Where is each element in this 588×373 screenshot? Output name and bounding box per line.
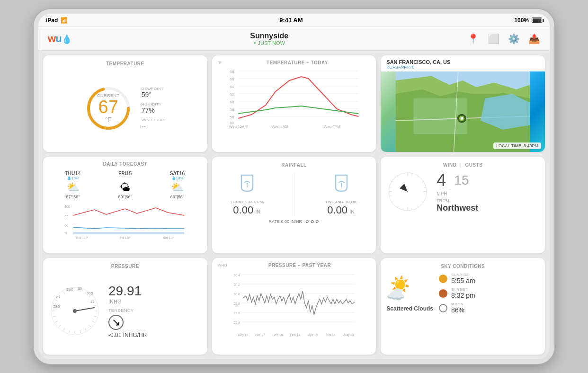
humidity-stat: HUMIDITY 77% (142, 102, 166, 114)
temperature-stats: DEWPOINT 59° HUMIDITY 77% WIND CHILL -- (142, 87, 166, 130)
svg-text:30.0: 30.0 (233, 293, 240, 296)
temperature-gauge: CURRENT 67 °F (85, 85, 132, 132)
status-time: 9:41 AM (279, 17, 303, 24)
sky-condition-text: Scattered Clouds (386, 305, 433, 312)
wind-speed-divider (450, 171, 450, 190)
humidity-value: 77% (142, 107, 166, 114)
svg-text:Fri 12P: Fri 12P (120, 236, 131, 239)
rainfall-content: TODAY'S ACCUM. 0.00 IN. (218, 171, 371, 216)
svg-text:Wed 4PM: Wed 4PM (324, 124, 340, 129)
moon-info: MOON 86% (451, 302, 464, 314)
sunset-value: 8:32 pm (451, 292, 475, 299)
svg-line-84 (63, 291, 65, 293)
svg-line-82 (55, 300, 57, 301)
svg-text:30.2: 30.2 (233, 283, 240, 286)
svg-line-77 (59, 325, 61, 327)
cloud-icon: ☁️ (386, 285, 405, 303)
moon-value: 86% (451, 306, 464, 314)
wind-from-label: FROM (437, 198, 539, 203)
temperature-card: TEMPERATURE CURRENT 67 °F DEWPOINT (43, 55, 207, 152)
share-icon[interactable]: ⬜ (488, 33, 499, 44)
svg-line-55 (389, 195, 392, 196)
svg-line-92 (75, 308, 94, 311)
fri-name: FRI (118, 171, 126, 176)
today-accum-label: TODAY'S ACCUM. (231, 200, 264, 204)
settings-icon[interactable]: ⚙️ (508, 33, 520, 44)
update-status: JUST NOW (250, 40, 288, 46)
pressure-unit: INHG (108, 299, 202, 304)
forecast-days: THU 14 💧10% ⛅ 67°|56° FRI 15 - 🌤 69°|56° (48, 170, 203, 199)
svg-text:64: 64 (230, 85, 234, 89)
pressure-chart-title: PRESSURE – PAST YEAR (229, 263, 371, 268)
temperature-center: CURRENT 67 °F (97, 93, 120, 124)
nav-bar: wu💧 Sunnyside JUST NOW 📍 ⬜ ⚙️ 📤 (38, 27, 550, 51)
svg-text:58: 58 (230, 107, 234, 112)
wind-speed-value: 4 (437, 170, 446, 190)
pressure-readings: 29.91 INHG TENDENCY ↘ -0.01 INHG/HR (108, 284, 202, 338)
rainfall-today-icon (231, 173, 264, 198)
wind-values: 4 15 MPH FROM Northwest (437, 170, 539, 213)
twoday-total-label: TWO-DAY TOTAL (325, 200, 357, 204)
svg-text:Aug 18: Aug 18 (238, 333, 248, 337)
thu-name: THU (65, 171, 75, 176)
wind-direction: Northwest (437, 203, 539, 213)
temperature-value: 67 (97, 98, 120, 116)
sunrise-detail: SUNRISE 5:55 am (439, 273, 539, 284)
svg-text:66: 66 (230, 77, 234, 81)
sunset-icon (439, 289, 447, 298)
sat-icon: ⛅ (152, 181, 202, 194)
wind-card-title: WIND | GUSTS (386, 162, 539, 168)
pressure-chart-y-label: INHG (218, 263, 227, 267)
sat-name: SAT (170, 171, 179, 176)
sat-precip: 💧10% (152, 176, 202, 180)
svg-line-72 (85, 328, 86, 330)
svg-text:60: 60 (64, 224, 68, 227)
main-grid: TEMPERATURE CURRENT 67 °F DEWPOINT (38, 51, 550, 359)
sky-icon-area: ☀️ ☁️ Scattered Clouds (386, 275, 433, 312)
location-name: Sunnyside (250, 32, 288, 40)
svg-line-69 (94, 316, 97, 317)
fri-icon: 🌤 (100, 181, 150, 194)
wind-speed-row: 4 15 (437, 170, 539, 190)
svg-line-65 (89, 295, 91, 297)
svg-text:30.5: 30.5 (87, 292, 93, 295)
tendency-icon: ↘ (108, 315, 124, 330)
fri-temps: 69°|56° (100, 195, 150, 199)
temperature-unit: °F (97, 116, 120, 124)
svg-text:60: 60 (230, 100, 234, 104)
location-icon[interactable]: 📍 (467, 33, 479, 44)
export-icon[interactable]: 📤 (528, 33, 540, 44)
svg-text:Thu 12P: Thu 12P (75, 236, 88, 239)
twoday-total-unit: IN. (349, 209, 356, 214)
sunset-info: SUNSET 8:32 pm (451, 287, 475, 299)
svg-text:29.5: 29.5 (67, 288, 73, 291)
today-accum-value: 0.00 (233, 204, 253, 216)
rate-unit: IN/HR (290, 219, 302, 224)
rainfall-twoday: TWO-DAY TOTAL 0.00 IN. (325, 173, 357, 216)
svg-line-79 (53, 316, 56, 317)
sat-num: 16 (179, 170, 185, 176)
sat-temps: 63°|56° (152, 195, 202, 199)
nav-actions: 📍 ⬜ ⚙️ 📤 (467, 33, 540, 44)
svg-text:Oct 17: Oct 17 (255, 333, 265, 337)
svg-text:Jun 14: Jun 14 (325, 333, 335, 337)
svg-text:56: 56 (230, 115, 234, 119)
forecast-card-title: DAILY FORECAST (48, 161, 203, 167)
svg-line-64 (85, 291, 86, 293)
svg-line-48 (424, 187, 426, 188)
svg-text:Aug 13: Aug 13 (343, 333, 354, 337)
rainfall-twoday-icon (325, 173, 357, 198)
svg-text:Dec 16: Dec 16 (272, 333, 283, 337)
today-accum-unit: IN. (256, 209, 262, 214)
nav-location-area: Sunnyside JUST NOW (250, 32, 288, 46)
dewpoint-value: 59° (142, 91, 166, 98)
twoday-total-value: 0.00 (327, 204, 347, 216)
moon-detail: MOON 86% (439, 302, 539, 314)
ipad-frame: iPad 📶 9:41 AM 100% wu💧 Sunnyside JUST N… (34, 9, 554, 364)
svg-line-70 (92, 321, 94, 322)
temp-chart-svg: 68 66 64 62 60 58 56 54 (218, 67, 371, 129)
temperature-main: CURRENT 67 °F DEWPOINT 59° HUMIDITY 77% (49, 70, 202, 146)
svg-line-78 (55, 321, 57, 322)
tendency-value: -0.01 INHG/HR (108, 332, 202, 338)
svg-text:Apr 15: Apr 15 (308, 333, 318, 337)
